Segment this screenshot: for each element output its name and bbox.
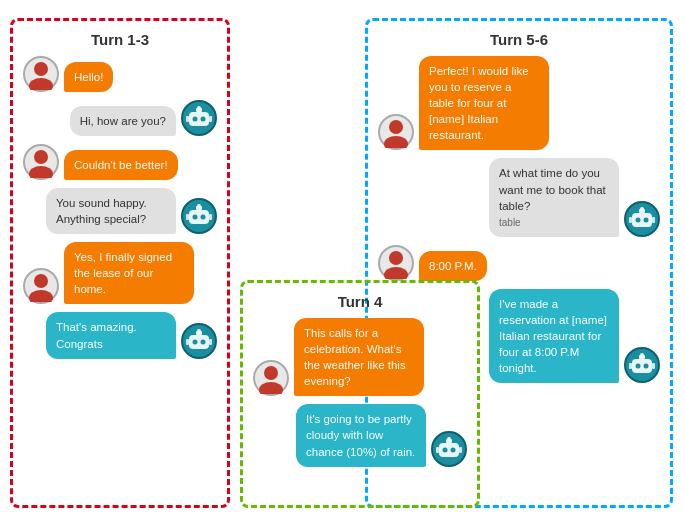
bubble-bot: You sound happy. Anything special? <box>46 188 176 234</box>
svg-point-4 <box>201 117 206 122</box>
chat-row: This calls for a celebration. What's the… <box>253 318 467 396</box>
bubble-user: Yes, I finally signed the lease of our h… <box>64 242 194 304</box>
svg-rect-38 <box>632 359 652 373</box>
svg-point-48 <box>443 447 448 452</box>
user-avatar <box>23 268 59 304</box>
svg-point-22 <box>201 339 206 344</box>
chat-row: Perfect! I would like you to reserve a t… <box>378 56 660 150</box>
user-avatar <box>23 56 59 92</box>
turn4-title: Turn 4 <box>338 293 383 310</box>
bot-avatar <box>181 100 217 136</box>
svg-point-49 <box>451 447 456 452</box>
svg-point-1 <box>29 78 53 90</box>
svg-point-17 <box>197 204 201 208</box>
bot-avatar <box>624 347 660 383</box>
svg-rect-11 <box>189 210 209 224</box>
bot-avatar <box>431 431 467 467</box>
svg-point-19 <box>29 290 53 302</box>
chat-row: Hello! <box>23 56 217 92</box>
svg-point-45 <box>264 366 278 380</box>
svg-point-28 <box>384 136 408 148</box>
svg-rect-7 <box>209 116 212 122</box>
bubble-bot: I've made a reservation at [name] Italia… <box>489 289 619 383</box>
svg-rect-43 <box>652 363 655 369</box>
svg-point-44 <box>640 353 644 357</box>
bubble-bot: Hi, how are you? <box>70 106 176 136</box>
svg-point-27 <box>389 120 403 134</box>
svg-rect-24 <box>186 339 189 345</box>
svg-rect-34 <box>652 217 655 223</box>
svg-rect-2 <box>189 112 209 126</box>
svg-point-10 <box>29 166 53 178</box>
chat-row: 8:00 P.M. <box>378 245 660 281</box>
bubble-user: Hello! <box>64 62 113 92</box>
bubble-bot: At what time do you want me to book that… <box>489 158 619 236</box>
turn56-title: Turn 5-6 <box>490 31 548 48</box>
svg-rect-42 <box>629 363 632 369</box>
user-avatar <box>378 245 414 281</box>
svg-rect-16 <box>209 214 212 220</box>
svg-point-18 <box>34 274 48 288</box>
chat-row: That's amazing. Congrats <box>23 312 217 358</box>
bubble-user: Perfect! I would like you to reserve a t… <box>419 56 549 150</box>
sublabel: table <box>499 216 609 230</box>
bubble-user: 8:00 P.M. <box>419 251 487 281</box>
svg-point-30 <box>636 217 641 222</box>
bot-avatar <box>181 198 217 234</box>
svg-rect-29 <box>632 213 652 227</box>
svg-point-37 <box>384 267 408 279</box>
chat-row: You sound happy. Anything special? <box>23 188 217 234</box>
chat-row: Couldn't be better! <box>23 144 217 180</box>
svg-rect-33 <box>629 217 632 223</box>
svg-rect-25 <box>209 339 212 345</box>
chat-row: Yes, I finally signed the lease of our h… <box>23 242 217 304</box>
svg-rect-6 <box>186 116 189 122</box>
chat-row: Hi, how are you? <box>23 100 217 136</box>
chat-row: At what time do you want me to book that… <box>378 158 660 236</box>
panel-turn4: Turn 4 This calls for a celebration. Wha… <box>240 280 480 508</box>
svg-point-21 <box>193 339 198 344</box>
svg-point-39 <box>636 364 641 369</box>
panel-turn13: Turn 1-3 Hello! Hi, how are you? <box>10 18 230 508</box>
bubble-bot: That's amazing. Congrats <box>46 312 176 358</box>
chat-row: It's going to be partly cloudy with low … <box>253 404 467 466</box>
user-avatar <box>378 114 414 150</box>
bot-avatar <box>181 323 217 359</box>
user-avatar <box>253 360 289 396</box>
svg-rect-52 <box>459 447 462 453</box>
svg-point-46 <box>259 382 283 394</box>
svg-point-53 <box>447 437 451 441</box>
bubble-user: Couldn't be better! <box>64 150 178 180</box>
svg-point-35 <box>640 207 644 211</box>
svg-point-0 <box>34 62 48 76</box>
svg-point-40 <box>644 364 649 369</box>
svg-rect-15 <box>186 214 189 220</box>
svg-rect-51 <box>436 447 439 453</box>
svg-point-36 <box>389 251 403 265</box>
user-avatar <box>23 144 59 180</box>
svg-point-12 <box>193 215 198 220</box>
svg-point-26 <box>197 329 201 333</box>
svg-point-9 <box>34 150 48 164</box>
bubble-bot: It's going to be partly cloudy with low … <box>296 404 426 466</box>
svg-rect-47 <box>439 443 459 457</box>
turn13-title: Turn 1-3 <box>91 31 149 48</box>
svg-point-3 <box>193 117 198 122</box>
svg-point-8 <box>197 106 201 110</box>
svg-point-13 <box>201 215 206 220</box>
bot-avatar <box>624 201 660 237</box>
svg-rect-20 <box>189 335 209 349</box>
bubble-user: This calls for a celebration. What's the… <box>294 318 424 396</box>
svg-point-31 <box>644 217 649 222</box>
